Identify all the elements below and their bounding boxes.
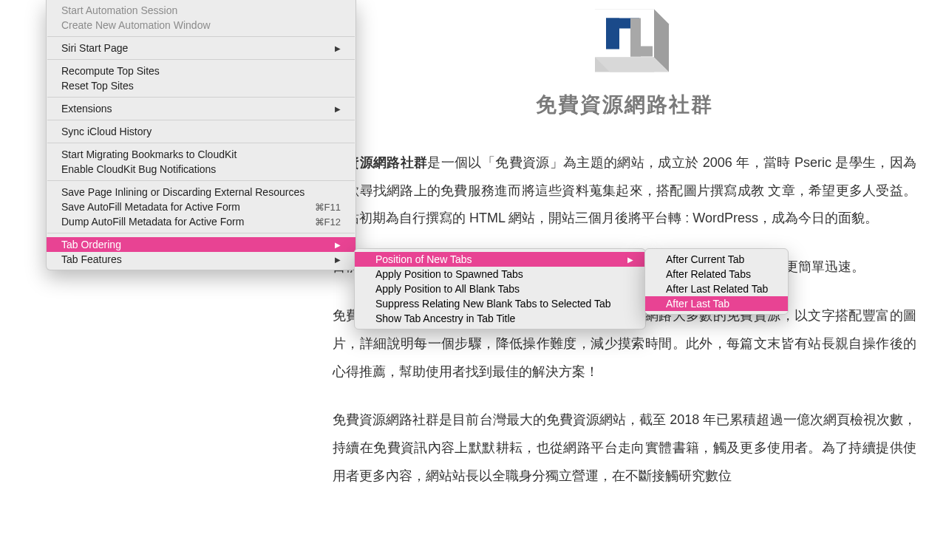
menu-item-label: Start Migrating Bookmarks to CloudKit <box>61 148 341 160</box>
position-tabs-item[interactable]: After Related Tabs <box>645 267 788 281</box>
menu-separator <box>47 180 355 181</box>
tab-ordering-submenu[interactable]: Position of New Tabs▶Apply Position to S… <box>354 248 646 329</box>
menu-item-label: Apply Position to All Blank Tabs <box>375 283 633 295</box>
debug-menu-item[interactable]: Siri Start Page▶ <box>47 41 355 55</box>
tab-ordering-item[interactable]: Suppress Relating New Blank Tabs to Sele… <box>355 296 645 311</box>
chevron-right-icon: ▶ <box>335 256 341 264</box>
chevron-right-icon: ▶ <box>335 105 341 113</box>
menu-item-label: Tab Ordering <box>61 239 329 250</box>
chevron-right-icon: ▶ <box>335 241 341 249</box>
debug-menu-item[interactable]: Recompute Top Sites <box>47 64 355 78</box>
logo-icon <box>543 0 706 78</box>
debug-menu-item[interactable]: Tab Features▶ <box>47 252 355 267</box>
menu-item-label: After Last Tab <box>666 298 776 310</box>
site-logo: 免費資源網路社群 <box>333 0 916 127</box>
article-paragraph: 免費資源網路社群是目前台灣最大的免費資源網站，截至 2018 年已累積超過一億次… <box>333 406 916 490</box>
position-tabs-item[interactable]: After Current Tab <box>645 252 788 267</box>
tab-ordering-item[interactable]: Show Tab Ancestry in Tab Title <box>355 311 645 326</box>
menu-item-label: Show Tab Ancestry in Tab Title <box>375 313 633 324</box>
menu-item-label: Start Automation Session <box>61 4 341 16</box>
menu-item-label: Save AutoFill Metadata for Active Form <box>61 201 306 213</box>
menu-item-label: Dump AutoFill Metadata for Active Form <box>61 216 306 228</box>
debug-menu-item: Create New Automation Window <box>47 18 355 33</box>
menu-item-label: After Related Tabs <box>666 268 776 280</box>
menu-item-label: Recompute Top Sites <box>61 65 341 77</box>
debug-menu-item[interactable]: Tab Ordering▶ <box>47 237 355 252</box>
debug-menu-item[interactable]: Sync iCloud History <box>47 124 355 139</box>
menu-item-shortcut: ⌘F12 <box>315 216 341 228</box>
tab-ordering-item[interactable]: Position of New Tabs▶ <box>355 252 645 267</box>
menu-item-label: Reset Top Sites <box>61 80 341 92</box>
debug-menu-item[interactable]: Save Page Inlining or Discarding Externa… <box>47 185 355 199</box>
menu-item-label: Extensions <box>61 103 329 115</box>
debug-menu-item[interactable]: Extensions▶ <box>47 101 355 116</box>
menu-separator <box>47 97 355 98</box>
position-tabs-item[interactable]: After Last Tab <box>645 296 788 311</box>
menu-separator <box>47 120 355 120</box>
menu-item-label: After Current Tab <box>666 253 776 265</box>
menu-item-label: Apply Position to Spawned Tabs <box>375 268 633 280</box>
menu-item-label: Tab Features <box>61 253 329 265</box>
menu-item-label: Create New Automation Window <box>61 19 341 31</box>
debug-menu-item: Start Automation Session <box>47 3 355 18</box>
chevron-right-icon: ▶ <box>627 256 633 264</box>
tab-ordering-item[interactable]: Apply Position to Spawned Tabs <box>355 267 645 281</box>
menu-separator <box>47 233 355 233</box>
debug-menu-item[interactable]: Save AutoFill Metadata for Active Form⌘F… <box>47 199 355 214</box>
debug-menu-item[interactable]: Reset Top Sites <box>47 78 355 93</box>
position-tabs-item[interactable]: After Last Related Tab <box>645 281 788 296</box>
tab-ordering-item[interactable]: Apply Position to All Blank Tabs <box>355 281 645 296</box>
debug-menu[interactable]: Start Automation SessionCreate New Autom… <box>46 0 356 270</box>
menu-separator <box>47 143 355 143</box>
menu-item-label: Suppress Relating New Blank Tabs to Sele… <box>375 298 633 310</box>
debug-menu-item[interactable]: Start Migrating Bookmarks to CloudKit <box>47 147 355 162</box>
menu-item-label: After Last Related Tab <box>666 283 776 295</box>
svg-rect-7 <box>630 47 653 57</box>
menu-separator <box>47 59 355 60</box>
menu-item-shortcut: ⌘F11 <box>315 202 341 213</box>
menu-item-label: Siri Start Page <box>61 42 329 54</box>
menu-item-label: Save Page Inlining or Discarding Externa… <box>61 186 341 198</box>
article-paragraph: 費資源網路社群是一個以「免費資源」為主題的網站，成立於 2006 年，當時 Ps… <box>333 149 916 233</box>
position-new-tabs-submenu[interactable]: After Current TabAfter Related TabsAfter… <box>644 248 789 315</box>
menu-item-label: Sync iCloud History <box>61 126 341 137</box>
menu-separator <box>47 36 355 37</box>
logo-text: 免費資源網路社群 <box>536 83 713 127</box>
menu-item-label: Position of New Tabs <box>375 253 622 265</box>
debug-menu-item[interactable]: Enable CloudKit Bug Notifications <box>47 162 355 177</box>
debug-menu-item[interactable]: Dump AutoFill Metadata for Active Form⌘F… <box>47 214 355 229</box>
chevron-right-icon: ▶ <box>335 44 341 52</box>
menu-item-label: Enable CloudKit Bug Notifications <box>61 163 341 175</box>
